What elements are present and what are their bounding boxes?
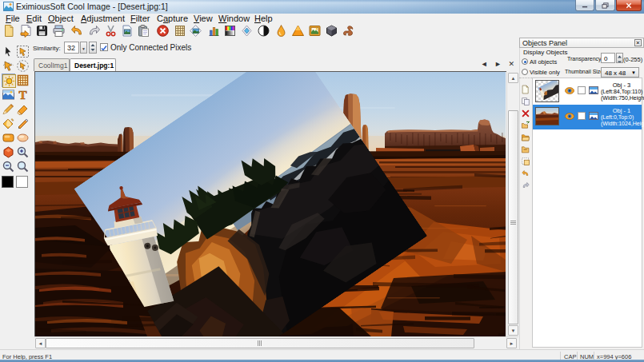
svg-text:T: T (18, 89, 26, 101)
